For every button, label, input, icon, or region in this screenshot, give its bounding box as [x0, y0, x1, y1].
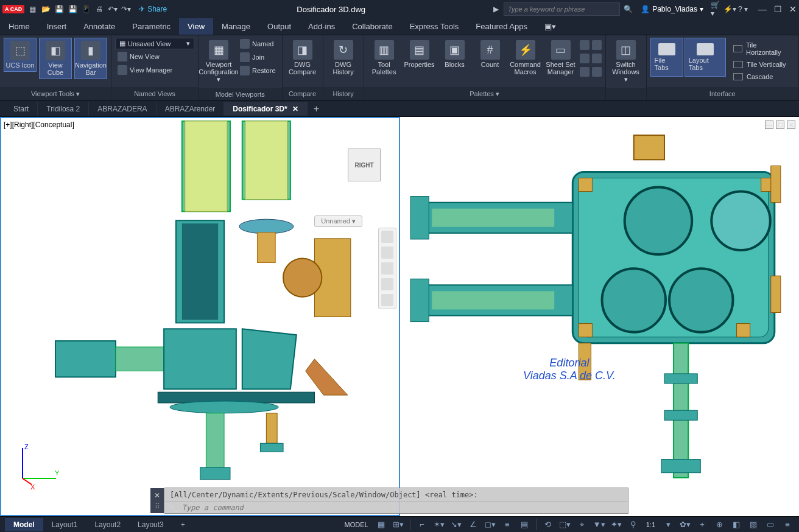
- tab-dosificador[interactable]: Dosificador 3D*✕: [224, 102, 307, 116]
- ucs-icon-button[interactable]: ⬚UCS Icon: [4, 38, 37, 72]
- command-line[interactable]: ✕⠿ [All/Center/Dynamic/Extents/Previous/…: [164, 488, 628, 514]
- palette-extra-5[interactable]: [592, 54, 602, 63]
- lock-ui-icon[interactable]: ▧: [747, 519, 760, 531]
- menu-featured[interactable]: Featured Apps: [467, 18, 536, 35]
- maximize-button[interactable]: ☐: [774, 4, 782, 14]
- search-play-icon[interactable]: ▶: [490, 4, 501, 15]
- viewport-config-button[interactable]: ▦Viewport Configuration ▾: [202, 38, 235, 86]
- close-tab-icon[interactable]: ✕: [292, 105, 298, 113]
- otrack-icon[interactable]: ∠: [466, 519, 480, 531]
- tab-abrazarender[interactable]: ABRAZArender: [157, 102, 225, 116]
- lineweight-icon[interactable]: ≡: [501, 519, 514, 531]
- menu-express[interactable]: Express Tools: [401, 18, 468, 35]
- tile-vertical-button[interactable]: Tile Vertically: [731, 60, 792, 69]
- layout-tab-1[interactable]: Layout1: [43, 518, 86, 531]
- menu-collaborate[interactable]: Collaborate: [343, 18, 401, 35]
- viewport-tools-label[interactable]: Viewport Tools ▾: [0, 87, 111, 100]
- help-icon[interactable]: ? ▾: [737, 4, 748, 15]
- layout-tabs-button[interactable]: Layout Tabs: [685, 38, 726, 77]
- palette-extra-2[interactable]: [580, 54, 590, 63]
- isolate-icon[interactable]: ▭: [764, 519, 777, 531]
- annomon-icon[interactable]: +: [695, 519, 709, 531]
- add-tab-button[interactable]: +: [308, 101, 325, 117]
- layout-tab-model[interactable]: Model: [5, 518, 43, 531]
- menu-view[interactable]: View: [179, 18, 213, 35]
- web-icon[interactable]: 📱: [80, 4, 91, 15]
- menu-overflow[interactable]: ▣▾: [536, 18, 565, 35]
- command-input[interactable]: [182, 503, 623, 512]
- scale-label[interactable]: 1:1: [644, 521, 658, 528]
- qprops-icon[interactable]: ◧: [730, 519, 743, 531]
- layout-tab-3[interactable]: Layout3: [129, 518, 172, 531]
- transparency-icon[interactable]: ▤: [518, 519, 531, 531]
- file-tabs-button[interactable]: File Tabs: [650, 38, 683, 77]
- gizmo-icon[interactable]: ✦▾: [610, 519, 623, 531]
- minimize-button[interactable]: —: [758, 4, 767, 14]
- count-button[interactable]: #Count: [474, 38, 507, 71]
- add-layout-button[interactable]: +: [172, 518, 194, 531]
- user-menu[interactable]: 👤 Pablo_Viadas ▾: [641, 5, 703, 13]
- viewport-left[interactable]: [+][Right][Conceptual] RIGHT Unnamed ▾: [0, 117, 400, 516]
- cart-icon[interactable]: 🛒▾: [711, 4, 722, 15]
- new-icon[interactable]: ▦: [27, 4, 38, 15]
- dwg-compare-button[interactable]: ◨DWG Compare: [286, 38, 319, 78]
- units-icon[interactable]: ⊕: [713, 519, 726, 531]
- menu-parametric[interactable]: Parametric: [124, 18, 179, 35]
- palette-extra-1[interactable]: [580, 40, 590, 50]
- unsaved-view-dropdown[interactable]: ▦ Unsaved View ▾: [115, 38, 194, 49]
- vp-named-button[interactable]: Named: [238, 38, 278, 50]
- share-button[interactable]: ✈ Share: [139, 5, 167, 13]
- ortho-icon[interactable]: ⌐: [415, 519, 429, 531]
- palette-extra-3[interactable]: [580, 67, 590, 77]
- new-view-button[interactable]: New View: [115, 51, 194, 63]
- open-icon[interactable]: 📂: [40, 4, 51, 15]
- view-cube-button[interactable]: ◧View Cube: [39, 38, 72, 79]
- save-icon[interactable]: 💾: [54, 4, 65, 15]
- menu-addins[interactable]: Add-ins: [300, 18, 343, 35]
- menu-home[interactable]: Home: [0, 18, 38, 35]
- polar-icon[interactable]: ✶▾: [432, 519, 446, 531]
- undo-icon[interactable]: ↶▾: [107, 4, 118, 15]
- cascade-button[interactable]: Cascade: [731, 72, 792, 82]
- vp-restore-button[interactable]: Restore: [238, 65, 278, 77]
- plot-icon[interactable]: 🖨: [94, 4, 105, 15]
- dwg-history-button[interactable]: ↻DWG History: [327, 38, 360, 78]
- filter-icon[interactable]: ▼▾: [593, 519, 606, 531]
- cmdline-handle[interactable]: ✕⠿: [150, 488, 164, 513]
- tool-palettes-button[interactable]: ▥Tool Palettes: [368, 38, 401, 78]
- close-button[interactable]: ✕: [789, 4, 797, 14]
- layout-tab-2[interactable]: Layout2: [86, 518, 129, 531]
- command-macros-button[interactable]: ⚡Command Macros: [509, 38, 542, 78]
- tile-horizontal-button[interactable]: Tile Horizontally: [731, 40, 792, 57]
- redo-icon[interactable]: ↷▾: [121, 4, 132, 15]
- palette-extra-6[interactable]: [592, 67, 602, 77]
- ucs-axes-icon[interactable]: Z Y X: [13, 442, 62, 491]
- tab-abrazadera[interactable]: ABRAZADERA: [89, 102, 156, 116]
- annoscale-icon[interactable]: ⚲: [627, 519, 640, 531]
- tab-tridilosa[interactable]: Tridilosa 2: [38, 102, 89, 116]
- blocks-button[interactable]: ▣Blocks: [438, 38, 471, 71]
- tab-start[interactable]: Start: [5, 102, 38, 116]
- palettes-label[interactable]: Palettes ▾: [364, 87, 605, 100]
- menu-insert[interactable]: Insert: [38, 18, 76, 35]
- vp-join-button[interactable]: Join: [238, 51, 278, 63]
- viewport-right[interactable]: — ☐ ✕: [401, 117, 799, 516]
- nav-bar-button[interactable]: ▮Navigation Bar: [74, 38, 107, 79]
- palette-extra-4[interactable]: [592, 40, 602, 50]
- 3dosnap-icon[interactable]: ⬚▾: [558, 519, 572, 531]
- status-model[interactable]: MODEL: [342, 521, 371, 528]
- osnap-icon[interactable]: ◻▾: [484, 519, 497, 531]
- customize-icon[interactable]: ≡: [781, 519, 794, 531]
- switch-windows-button[interactable]: ◫Switch Windows ▾: [610, 38, 642, 86]
- sheet-set-button[interactable]: ▭Sheet Set Manager: [544, 38, 577, 78]
- grid-icon[interactable]: ▦: [375, 519, 388, 531]
- search-input[interactable]: Type a keyword or phrase: [504, 2, 620, 16]
- cycling-icon[interactable]: ⟲: [541, 519, 555, 531]
- menu-manage[interactable]: Manage: [213, 18, 259, 35]
- saveas-icon[interactable]: 💾: [67, 4, 78, 15]
- menu-annotate[interactable]: Annotate: [75, 18, 124, 35]
- menu-output[interactable]: Output: [259, 18, 300, 35]
- autodesk-icon[interactable]: ⚡▾: [724, 4, 735, 15]
- snap-icon[interactable]: ⊞▾: [392, 519, 405, 531]
- search-icon[interactable]: 🔍: [622, 4, 633, 15]
